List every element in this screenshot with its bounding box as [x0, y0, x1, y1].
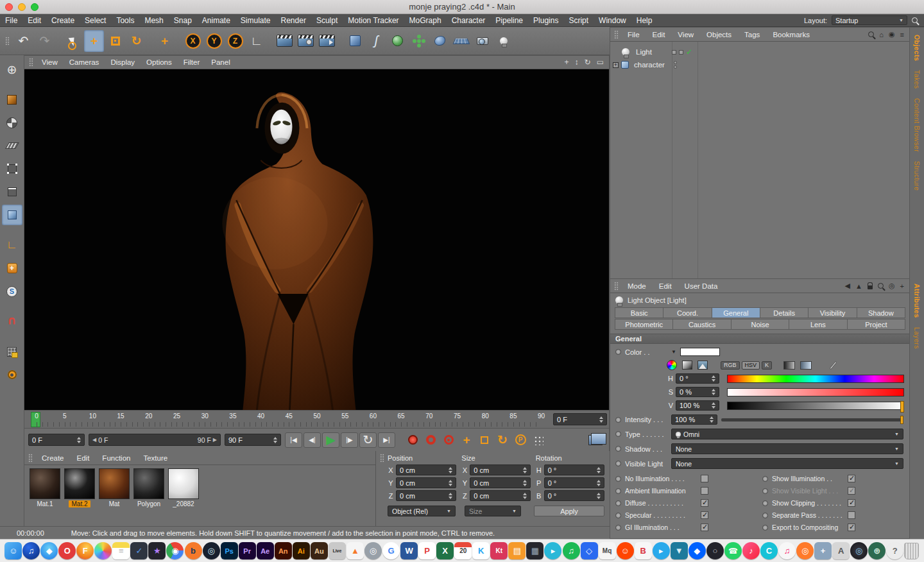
object-menu-tags[interactable]: Tags: [738, 31, 766, 38]
keyframe-circle-icon[interactable]: [615, 513, 621, 518]
value-stepper[interactable]: [520, 493, 527, 499]
tab-visibility[interactable]: Visibility: [808, 307, 857, 318]
safari-dock-icon[interactable]: ◆: [40, 542, 58, 559]
coord-value-field-size-z[interactable]: 0 cm: [470, 490, 530, 501]
firefox-dock-icon[interactable]: F: [76, 542, 94, 559]
render-settings-button[interactable]: [317, 30, 337, 52]
axis-modification-button[interactable]: +: [2, 258, 22, 278]
attribute-menu-edit[interactable]: Edit: [653, 282, 678, 290]
expand-icon[interactable]: +: [613, 62, 619, 68]
keyframe-circle-icon[interactable]: [615, 500, 621, 506]
material-thumbnail[interactable]: [99, 468, 130, 499]
dropbox-dock-icon[interactable]: ◆: [689, 542, 706, 559]
render-visibility-dot[interactable]: [674, 65, 677, 69]
scale-tool-button[interactable]: [105, 30, 125, 52]
light-type-select[interactable]: Omni▼: [671, 429, 903, 439]
material-menu-texture[interactable]: Texture: [137, 454, 174, 462]
marginnote-dock-icon[interactable]: Mq: [599, 542, 616, 559]
keyframe-circle-icon[interactable]: [615, 431, 621, 437]
orange-doc-app-dock-icon[interactable]: ▤: [508, 542, 526, 559]
material-thumbnail[interactable]: [64, 468, 95, 499]
polygons-mode-button[interactable]: [2, 205, 22, 225]
tag-icon[interactable]: [679, 50, 683, 55]
tab-photometric[interactable]: Photometric: [615, 319, 673, 330]
keyframe-circle-icon[interactable]: [762, 488, 768, 494]
orange-app-dock-icon[interactable]: ◎: [796, 542, 814, 559]
add-volume-button[interactable]: [430, 30, 450, 52]
lock-y-axis-button[interactable]: Y: [204, 30, 224, 52]
object-menu-bookmarks[interactable]: Bookmarks: [766, 31, 816, 38]
value-stepper[interactable]: [520, 480, 527, 486]
size-mode-select[interactable]: Size ▼: [465, 506, 521, 516]
menu-render[interactable]: Render: [276, 16, 311, 25]
move-tool-button[interactable]: +: [84, 30, 104, 52]
apply-button[interactable]: Apply: [534, 506, 604, 516]
coord-value-field-position-x[interactable]: 0 cm: [396, 464, 456, 475]
range-end-stepper[interactable]: [271, 437, 277, 443]
add-camera-button[interactable]: [472, 30, 492, 52]
things-dock-icon[interactable]: ✓: [130, 542, 148, 559]
quantize-settings-button[interactable]: [2, 364, 22, 385]
material-mat-2[interactable]: Mat.2: [63, 468, 96, 507]
teal-app-dock-icon[interactable]: ▸: [544, 542, 561, 559]
attribute-menu-mode[interactable]: Mode: [621, 282, 653, 290]
grid-app-dock-icon[interactable]: +: [814, 542, 832, 559]
menu-pipeline[interactable]: Pipeline: [490, 16, 528, 25]
viewport-menu-filter[interactable]: Filter: [178, 58, 206, 66]
menu-motion-tracker[interactable]: Motion Tracker: [343, 16, 404, 25]
reddit-dock-icon[interactable]: ☺: [617, 542, 634, 559]
panel-tab-layers[interactable]: Layers: [912, 323, 922, 353]
menu-animate[interactable]: Animate: [197, 16, 235, 25]
value-stepper[interactable]: [446, 467, 452, 473]
keyframe-circle-icon[interactable]: [762, 525, 768, 531]
photos-dock-icon[interactable]: [94, 542, 112, 559]
spotify-dock-icon[interactable]: ♫: [563, 542, 580, 559]
add-generator-sphere-button[interactable]: [388, 30, 407, 52]
shadow-select[interactable]: None▼: [671, 443, 903, 454]
after-effects-dock-icon[interactable]: Ae: [257, 542, 274, 559]
hsv-value-h[interactable]: 0 °: [676, 373, 719, 384]
record-keyframe-button[interactable]: [404, 432, 421, 448]
pointer-icon[interactable]: ▲: [855, 282, 862, 290]
film-app-dock-icon[interactable]: ▦: [526, 542, 543, 559]
object-menu-file[interactable]: File: [621, 31, 646, 38]
keyframe-circle-icon[interactable]: [615, 349, 621, 355]
swatches-mode-icon[interactable]: [800, 361, 812, 370]
hsv-value-v[interactable]: 100 %: [676, 400, 719, 411]
panel-tab-objects[interactable]: Objects: [912, 30, 922, 65]
value-stepper[interactable]: [446, 493, 452, 499]
keyframe-circle-icon[interactable]: [615, 417, 621, 423]
coord-value-field-position-y[interactable]: 0 cm: [396, 477, 456, 488]
search-icon[interactable]: [868, 31, 874, 37]
panel-tab-content-browser[interactable]: Content Browser: [912, 94, 922, 157]
steam-dock-icon[interactable]: ◎: [203, 542, 220, 559]
finder-dock-icon[interactable]: ☺: [4, 542, 22, 559]
telegram-dock-icon[interactable]: ▸: [653, 542, 670, 559]
checkbox[interactable]: [701, 511, 708, 519]
tab-basic[interactable]: Basic: [615, 307, 663, 318]
keyframe-circle-icon[interactable]: [615, 488, 621, 494]
editor-visibility-dot[interactable]: [674, 61, 677, 64]
lock-z-axis-button[interactable]: Z: [225, 30, 245, 52]
krita-dock-icon[interactable]: Kt: [490, 542, 508, 559]
notes-dock-icon[interactable]: ≡: [112, 542, 130, 559]
material-grip[interactable]: [28, 454, 33, 463]
current-frame-field[interactable]: 0 F: [553, 413, 607, 425]
disk-utility-dock-icon[interactable]: ◎: [364, 542, 382, 559]
music-app-dock-icon[interactable]: ♫: [22, 542, 40, 559]
material-20882[interactable]: _20882: [167, 468, 200, 507]
menu-create[interactable]: Create: [46, 16, 80, 25]
menu-mograph[interactable]: MoGraph: [404, 16, 447, 25]
keyframe-circle-icon[interactable]: [762, 476, 768, 482]
timeline-window-icon[interactable]: [588, 435, 603, 445]
photoshop-dock-icon[interactable]: Ps: [221, 542, 238, 559]
object-label[interactable]: Light: [633, 48, 654, 56]
lens-app-dock-icon[interactable]: ◎: [850, 542, 868, 559]
tab-caustics[interactable]: Caustics: [672, 319, 731, 330]
menu-window[interactable]: Window: [594, 16, 631, 25]
visible-light-select[interactable]: None▼: [671, 458, 903, 469]
character-3d-model[interactable]: [24, 69, 609, 410]
value-stepper[interactable]: [709, 389, 715, 395]
material-mat[interactable]: Mat: [98, 468, 131, 507]
illustrator-dock-icon[interactable]: Ai: [293, 542, 310, 559]
